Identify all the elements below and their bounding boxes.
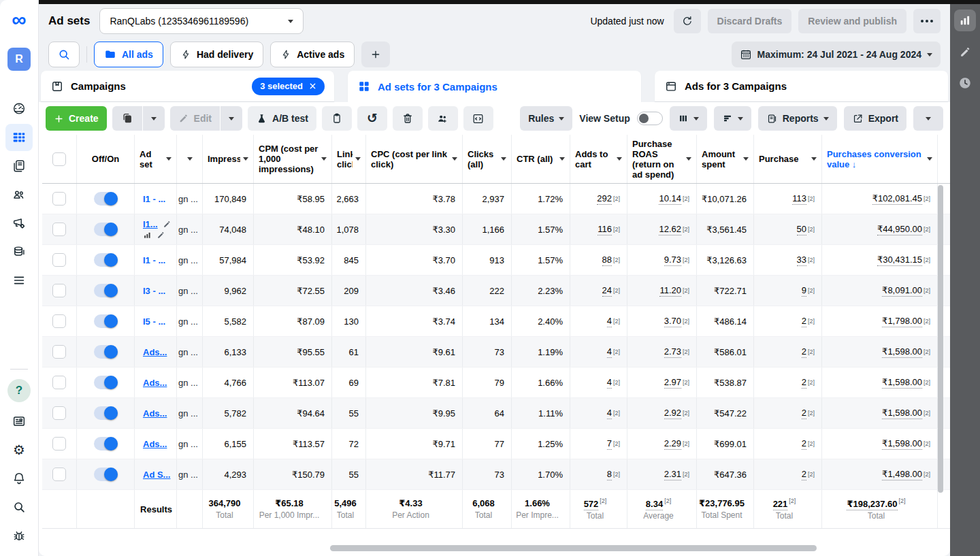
sidebar-item-all-tools[interactable] [5, 267, 33, 294]
refresh-button[interactable] [674, 9, 701, 33]
off-on-toggle[interactable] [94, 345, 118, 359]
undo-button[interactable]: ↺ [357, 106, 387, 131]
select-all-checkbox[interactable] [52, 152, 66, 166]
review-and-publish-button[interactable]: Review and publish [798, 9, 906, 33]
tab-ad-sets[interactable]: Ad sets for 3 Campaigns [348, 71, 641, 102]
breakdown-button[interactable] [714, 106, 751, 131]
row-checkbox[interactable] [52, 192, 66, 206]
selected-count-badge[interactable]: 3 selected [252, 78, 325, 95]
preview-frame-button[interactable] [463, 106, 493, 131]
off-on-toggle[interactable] [94, 253, 118, 267]
edit-dropdown-button[interactable] [220, 106, 242, 131]
row-checkbox[interactable] [52, 253, 66, 267]
discard-drafts-button[interactable]: Discard Drafts [708, 9, 792, 33]
ad-set-link[interactable]: Ads... [143, 378, 167, 388]
ad-set-link[interactable]: I1... [143, 219, 158, 229]
col-header-impressions[interactable]: Impressions [203, 135, 254, 183]
more-options-button[interactable] [913, 9, 941, 33]
horizontal-scrollbar-thumb[interactable] [330, 545, 817, 551]
add-filter-button[interactable] [361, 42, 390, 67]
ad-set-link[interactable]: Ads... [143, 347, 167, 357]
ab-test-button[interactable]: A/B test [248, 106, 316, 131]
create-button[interactable]: Create [46, 106, 107, 131]
ad-set-link[interactable]: Ads... [143, 408, 167, 419]
export-button[interactable]: Export [844, 106, 906, 131]
off-on-toggle[interactable] [94, 192, 118, 206]
close-icon[interactable] [309, 82, 316, 90]
duplicate-button[interactable] [112, 106, 142, 131]
off-on-toggle[interactable] [94, 376, 118, 389]
row-checkbox[interactable] [52, 437, 66, 451]
account-selector[interactable]: RanQLabs (1235346961189596) [99, 8, 304, 34]
col-header-amount-spent[interactable]: Amount spent [697, 135, 754, 183]
col-header-purchases-conversion-value[interactable]: Purchases conversion value ↓ [822, 135, 938, 183]
search-filter-button[interactable] [48, 42, 80, 67]
col-header-cpm[interactable]: CPM (cost per 1,000 impressions) [254, 135, 332, 183]
ad-set-link[interactable]: Ad S... [143, 470, 170, 480]
col-header-adds-to-cart[interactable]: Adds to cart [570, 135, 627, 183]
col-header-cpc[interactable]: CPC (cost per link click) [366, 135, 463, 183]
col-header-select[interactable] [42, 135, 77, 183]
columns-button[interactable] [670, 106, 707, 131]
export-dropdown-button[interactable] [913, 106, 943, 131]
row-checkbox[interactable] [52, 468, 66, 481]
col-header-off-on[interactable]: Off/On [77, 135, 135, 183]
sidebar-item-account-overview[interactable] [5, 95, 33, 122]
off-on-toggle[interactable] [94, 468, 118, 481]
row-checkbox[interactable] [52, 345, 66, 359]
sidebar-item-settings[interactable]: ⚙ [5, 436, 33, 463]
tab-ads[interactable]: Ads for 3 Campaigns [655, 71, 948, 102]
sidebar-item-report-bug[interactable] [5, 522, 33, 549]
row-checkbox[interactable] [52, 284, 66, 297]
row-checkbox[interactable] [52, 406, 66, 420]
off-on-toggle[interactable] [94, 314, 118, 328]
edit-panel-button[interactable] [954, 41, 976, 63]
col-header-campaign[interactable] [177, 135, 203, 183]
row-checkbox[interactable] [52, 223, 66, 236]
reports-button[interactable]: Reports [758, 106, 837, 131]
insights-chart-button[interactable] [954, 10, 976, 31]
off-on-toggle[interactable] [94, 437, 118, 451]
view-setup-toggle[interactable] [637, 112, 663, 125]
sidebar-item-campaigns[interactable] [5, 124, 33, 151]
off-on-toggle[interactable] [94, 284, 118, 297]
row-checkbox[interactable] [52, 376, 66, 389]
tab-campaigns[interactable]: Campaigns 3 selected [41, 71, 334, 102]
pencil-icon[interactable] [163, 220, 172, 229]
pencil-icon[interactable] [157, 231, 165, 240]
col-header-link-clicks[interactable]: Link clicks [332, 135, 366, 183]
col-header-clicks-all[interactable]: Clicks (all) [463, 135, 512, 183]
sidebar-item-search[interactable] [5, 493, 33, 521]
ad-set-link[interactable]: I5 - ... [143, 316, 165, 327]
sidebar-item-ads-reporting[interactable] [5, 152, 33, 180]
sidebar-item-audiences[interactable] [5, 181, 33, 208]
sidebar-item-billing[interactable] [5, 238, 33, 265]
filter-chip-all-ads[interactable]: All ads [94, 42, 163, 67]
assign-people-button[interactable] [428, 106, 458, 131]
view-charts-icon[interactable] [143, 231, 152, 240]
account-avatar[interactable]: R [7, 48, 31, 71]
row-checkbox[interactable] [52, 314, 66, 328]
history-button[interactable] [954, 72, 976, 94]
rules-button[interactable]: Rules [520, 106, 572, 131]
filter-chip-active-ads[interactable]: Active ads [270, 42, 355, 67]
date-range-selector[interactable]: Maximum: 24 Jul 2021 - 24 Aug 2024 [732, 42, 941, 67]
col-header-purchase[interactable]: Purchase [754, 135, 822, 183]
ad-set-link[interactable]: I1 - ... [143, 255, 165, 265]
col-header-ctr-all[interactable]: CTR (all) [512, 135, 570, 183]
sidebar-item-advertising-settings[interactable] [5, 210, 33, 237]
off-on-toggle[interactable] [94, 406, 118, 420]
delete-button[interactable] [393, 106, 423, 131]
filter-chip-had-delivery[interactable]: Had delivery [170, 42, 263, 67]
sidebar-item-notifications[interactable] [5, 465, 33, 492]
ad-set-link[interactable]: Ads... [143, 439, 167, 449]
ad-set-link[interactable]: I3 - ... [143, 286, 165, 296]
paste-button[interactable] [322, 106, 352, 131]
sidebar-item-whats-new[interactable] [5, 408, 33, 435]
edit-button[interactable]: Edit [170, 106, 220, 131]
col-header-purchase-roas[interactable]: Purchase ROAS (return on ad spend) [627, 135, 697, 183]
off-on-toggle[interactable] [94, 223, 118, 236]
vertical-scrollbar[interactable] [938, 185, 943, 493]
col-header-ad-set[interactable]: Ad set [135, 135, 177, 183]
duplicate-dropdown-button[interactable] [143, 106, 165, 131]
